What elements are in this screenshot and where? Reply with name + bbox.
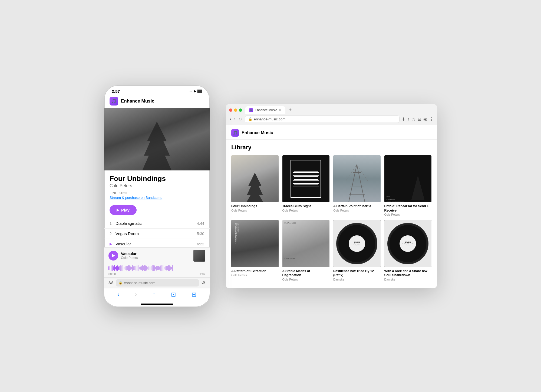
waveform-bar: [133, 266, 134, 270]
traces-line: [293, 178, 319, 178]
browser-url-bar[interactable]: 🔒 enhance-music.com: [245, 116, 400, 123]
minimize-window-button[interactable]: [234, 108, 237, 112]
traces-line: [293, 183, 319, 184]
album-card[interactable]: DAMSKE With a Kick and a Snare b/w Soul …: [384, 220, 432, 281]
url-input[interactable]: 🔒 enhance-music.com: [116, 279, 199, 286]
album-title: A Certain Point of Inertia: [333, 204, 381, 209]
back-arrow[interactable]: ‹: [229, 116, 232, 123]
forward-arrow[interactable]: ›: [233, 116, 236, 123]
download-icon[interactable]: ⬇: [402, 117, 405, 122]
waveform-bar: [143, 266, 144, 270]
track-number: 1: [110, 221, 116, 226]
vinyl-label-name: DAMSKE: [354, 241, 360, 243]
waveform-bar: [108, 266, 109, 270]
album-card[interactable]: A Certain Point of Inertia Cole Peters: [333, 155, 381, 216]
album-title: A Stable Means of Degradation: [282, 269, 330, 278]
album-card[interactable]: A Pattern of Extraction Cole Peters A Pa…: [231, 220, 279, 281]
traffic-lights: [229, 108, 242, 112]
url-bar[interactable]: AA 🔒 enhance-music.com ↺: [104, 277, 210, 288]
tabs-button[interactable]: ⊞: [192, 291, 196, 298]
browser-nav-bar: ‹ › ↻ 🔒 enhance-music.com ⬇ ↑ ☆ ⊟ ◉ ⋮: [226, 114, 437, 125]
play-button[interactable]: Play: [110, 205, 137, 215]
waveform-bar: [117, 265, 118, 271]
album-title: Four Unbindings: [231, 204, 279, 209]
svg-line-1: [357, 164, 365, 202]
waveform-bar: [158, 266, 159, 270]
waveform-bar: [142, 265, 143, 271]
track-duration: 6:22: [197, 242, 204, 246]
refresh-button[interactable]: ↻: [237, 116, 243, 123]
site-name: Enhance Music: [242, 130, 273, 135]
track-name: Vegas Room: [116, 231, 197, 236]
new-tab-button[interactable]: +: [286, 106, 294, 114]
back-button[interactable]: ‹: [117, 291, 119, 298]
album-card[interactable]: M:47 — 10:11 A Side / B Side A Stable Me…: [282, 220, 330, 281]
waveform-bar: [146, 266, 147, 271]
album-cover: A Pattern of Extraction Cole Peters: [231, 220, 279, 267]
waveform-bar: [168, 265, 169, 271]
wifi-icon: ▶: [194, 89, 196, 93]
track-row[interactable]: 2 Vegas Room 5:30: [104, 229, 210, 239]
album-artist: Cole Peters: [231, 209, 279, 212]
share-button[interactable]: ↑: [153, 291, 156, 298]
bandcamp-link[interactable]: Stream & purchase on Bandcamp: [110, 196, 204, 200]
waveform-bar: [124, 267, 124, 269]
tab-bar: 🎵 Enhance Music ✕ +: [226, 104, 437, 114]
album-title: Traces Blurs Signs: [282, 204, 330, 209]
album-artist: Damske: [333, 278, 381, 281]
waveform-bar: [128, 265, 129, 271]
mini-player: Vascular Cole Peters: [104, 247, 210, 277]
album-card[interactable]: Four Unbindings Cole Peters: [231, 155, 279, 216]
vinyl-label-name: DAMSKE: [405, 241, 411, 243]
waveform-bar: [137, 265, 137, 271]
track-row[interactable]: ▶ Vascular 6:22: [104, 239, 210, 247]
player-progress[interactable]: 00:00 1:07: [104, 264, 210, 277]
profile-icon[interactable]: ◉: [423, 117, 427, 122]
player-play-button[interactable]: [108, 251, 118, 261]
reload-icon[interactable]: ↺: [201, 280, 205, 286]
bookmarks-button[interactable]: ⊡: [171, 291, 176, 298]
site-logo: 🎵: [231, 129, 239, 137]
nav-arrows: ‹ › ↻: [229, 116, 243, 123]
album-label: LINE, 2023: [110, 191, 204, 195]
forward-button[interactable]: ›: [135, 291, 137, 298]
waveform-bar: [139, 267, 140, 269]
phone-device: 2:57 ··· ▶ ▓▓ 🎵 Enhance Music Four Unbin…: [104, 85, 210, 307]
menu-icon[interactable]: ⋮: [429, 117, 434, 122]
tower-svg: [346, 164, 368, 202]
waveform-bar: [116, 266, 117, 271]
album-title: Four Unbindings: [110, 175, 204, 183]
browser-tab[interactable]: 🎵 Enhance Music ✕: [245, 106, 285, 114]
close-window-button[interactable]: [229, 108, 232, 112]
waveform-bar: [145, 265, 146, 271]
tab-close-button[interactable]: ✕: [279, 108, 282, 112]
waveform-bar: [114, 265, 115, 271]
text-size-button[interactable]: AA: [108, 281, 114, 285]
share-icon[interactable]: ↑: [407, 117, 410, 122]
bookmark-icon[interactable]: ☆: [412, 117, 415, 122]
maximize-window-button[interactable]: [239, 108, 242, 112]
album-cover: DAMSKE With a Kick and a Snare b/w Soul …: [384, 220, 432, 267]
waveform-bar: [171, 267, 172, 269]
waveform-bar: [164, 267, 164, 269]
album-artist: Cole Peters: [333, 209, 381, 212]
waveform-bar: [150, 266, 150, 270]
album-card[interactable]: Cole Peters Enfold Rehearsal for Send + …: [384, 155, 432, 216]
track-row[interactable]: 1 Diaphragmatic 4:44: [104, 218, 210, 229]
phone-nav-bar: ‹ › ↑ ⊡ ⊞: [104, 288, 210, 302]
waveform-bar: [130, 266, 131, 270]
signal-icon: ···: [189, 89, 192, 93]
album-artist: Cole Peters: [384, 213, 432, 216]
sidebar-icon[interactable]: ⊟: [418, 117, 421, 122]
playing-indicator: ▶: [110, 242, 116, 246]
album-card[interactable]: DAMSKE Pestilence b/wTried By 12 (Refix)…: [333, 220, 381, 281]
track-duration: 4:44: [197, 221, 204, 226]
track-name: Diaphragmatic: [116, 221, 197, 226]
album-card[interactable]: Traces Blurs Signs Cole Peters: [282, 155, 330, 216]
waveform-bar: [163, 265, 163, 271]
album-cover: [282, 155, 330, 203]
album-cover: M:47 — 10:11 A Side / B Side: [282, 220, 330, 267]
waveform-bar: [156, 266, 157, 271]
traces-line: [294, 171, 318, 172]
battery-icon: ▓▓: [197, 89, 202, 93]
